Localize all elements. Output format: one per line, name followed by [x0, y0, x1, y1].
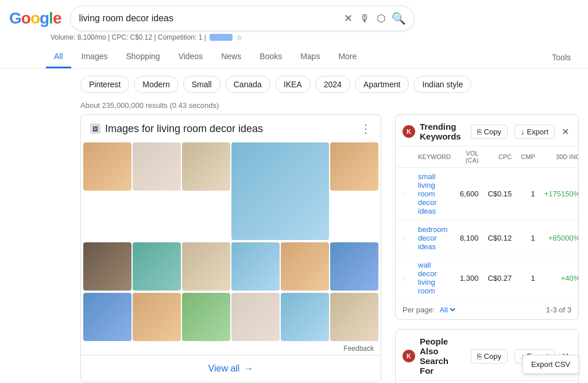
search-bar: ✕ 🎙 ⬡ 🔍 [70, 6, 415, 31]
chip-pinterest[interactable]: Pinterest [80, 76, 129, 93]
chip-modern[interactable]: Modern [134, 76, 178, 93]
filter-chips: Pinterest Modern Small Canada IKEA 2024 … [0, 69, 588, 100]
images-header: 🖼 Images for living room decor ideas ⋮ [81, 115, 381, 142]
col-header-star [396, 146, 413, 168]
image-cell-11[interactable] [330, 242, 378, 291]
search-bar-wrap: ✕ 🎙 ⬡ 🔍 [70, 6, 415, 31]
tab-videos[interactable]: Videos [171, 46, 211, 68]
image-cell-15[interactable] [231, 293, 280, 341]
image-cell-16[interactable] [281, 293, 329, 341]
trending-close-button[interactable]: ✕ [559, 126, 571, 137]
image-cell-3[interactable] [182, 142, 230, 191]
search-button[interactable]: 🔍 [392, 11, 406, 25]
people-table-header-row: KEYWORD VOL (CA) CPC CMP TREND [396, 381, 579, 383]
col-header-trend-p: TREND [543, 381, 579, 383]
people-widget-title: People Also Search For [420, 336, 464, 376]
col-header-cmp: CMP [516, 146, 539, 168]
cmp-cell-0: 1 [516, 168, 539, 220]
tab-books[interactable]: Books [252, 46, 290, 68]
bookmark-icon: ☆ [236, 33, 242, 41]
trending-table-row: ☆ wall decor living room 1,300 C$0.27 1 … [396, 256, 579, 300]
arrow-right-icon: → [244, 363, 253, 374]
tab-images[interactable]: Images [74, 46, 116, 68]
chip-2024[interactable]: 2024 [315, 76, 350, 93]
per-page-select[interactable]: All 10 25 [437, 305, 457, 315]
image-cell-17[interactable] [330, 293, 378, 341]
feedback-label[interactable]: Feedback [343, 345, 374, 353]
tab-tools[interactable]: Tools [544, 47, 579, 68]
vol-cell-0: 6,600 [455, 168, 483, 220]
image-cell-2[interactable] [133, 142, 181, 191]
image-search-icon[interactable]: ⬡ [376, 11, 387, 26]
tab-more[interactable]: More [330, 46, 365, 68]
image-cell-1[interactable] [83, 142, 131, 191]
tab-all[interactable]: All [46, 46, 71, 68]
col-header-vol: VOL (CA) [455, 146, 483, 168]
microphone-icon[interactable]: 🎙 [358, 11, 371, 26]
chip-apartment[interactable]: Apartment [355, 76, 409, 93]
star-cell-1[interactable]: ☆ [396, 220, 413, 256]
keyword-cell-2[interactable]: wall decor living room [413, 256, 455, 300]
vol-cell-2: 1,300 [455, 256, 483, 300]
competition-bar [210, 34, 233, 41]
people-table: KEYWORD VOL (CA) CPC CMP TREND ☆ small l… [396, 381, 579, 383]
images-section: 🖼 Images for living room decor ideas ⋮ [80, 114, 381, 382]
image-grid-row3 [81, 293, 381, 343]
tab-shopping[interactable]: Shopping [118, 46, 168, 68]
image-cell-4[interactable] [231, 142, 329, 240]
per-page-row: Per page: All 10 25 1-3 of 3 [396, 300, 578, 319]
col-header-keyword-p: KEYWORD [413, 381, 458, 383]
cpc-cell-2: C$0.27 [483, 256, 516, 300]
tab-news[interactable]: News [213, 46, 249, 68]
trending-widget-title: Trending Keywords [420, 122, 464, 141]
header: Google ✕ 🎙 ⬡ 🔍 [0, 0, 588, 31]
image-cell-8[interactable] [182, 242, 230, 291]
search-input[interactable] [79, 13, 338, 24]
export-csv-button[interactable]: Export CSV [523, 355, 579, 374]
col-header-vol-p: VOL (CA) [458, 381, 486, 383]
vol-cell-1: 8,100 [455, 220, 483, 256]
google-logo: Google [9, 9, 61, 28]
cmp-cell-1: 1 [516, 220, 539, 256]
chip-indian-style[interactable]: Indian style [413, 76, 471, 93]
chip-canada[interactable]: Canada [225, 76, 270, 93]
image-cell-6[interactable] [83, 242, 131, 291]
image-cell-14[interactable] [182, 293, 230, 341]
trending-export-button[interactable]: ↓ Export [514, 125, 555, 139]
images-more-button[interactable]: ⋮ [360, 122, 372, 136]
keyword-info-text: Volume: 8,100/mo | CPC: C$0.12 | Competi… [51, 33, 206, 41]
image-cell-7[interactable] [133, 242, 181, 291]
trending-keywords-widget: K Trending Keywords ⎘ Copy ↓ Export ✕ KE… [395, 114, 579, 320]
trending-table: KEYWORD VOL (CA) CPC CMP 30D INC ☆ small… [396, 146, 579, 300]
cpc-cell-0: C$0.15 [483, 168, 516, 220]
tab-maps[interactable]: Maps [292, 46, 328, 68]
col-header-inc: 30D INC [540, 146, 579, 168]
kwfinder-logo-people: K [403, 350, 415, 362]
keyword-cell-0[interactable]: small living room decor ideas [413, 168, 455, 220]
chip-small[interactable]: Small [183, 76, 220, 93]
keyword-cell-1[interactable]: bedroom decor ideas [413, 220, 455, 256]
trending-copy-button[interactable]: ⎘ Copy [471, 125, 508, 139]
star-cell-0[interactable]: ☆ [396, 168, 413, 220]
image-cell-10[interactable] [281, 242, 329, 291]
images-section-title: Images for living room decor ideas [105, 123, 355, 135]
image-cell-9[interactable] [231, 242, 280, 291]
left-column: 🖼 Images for living room decor ideas ⋮ [80, 114, 381, 383]
image-cell-13[interactable] [133, 293, 181, 341]
people-copy-button[interactable]: ⎘ Copy [471, 349, 508, 363]
col-header-star-p [396, 381, 413, 383]
image-cell-5[interactable] [330, 142, 378, 191]
star-cell-2[interactable]: ☆ [396, 256, 413, 300]
per-page-label: Per page: [403, 305, 435, 314]
col-header-keyword: KEYWORD [413, 146, 455, 168]
chip-ikea[interactable]: IKEA [275, 76, 311, 93]
image-cell-12[interactable] [83, 293, 131, 341]
view-all-button[interactable]: View all → [81, 355, 381, 382]
trending-table-row: ☆ bedroom decor ideas 8,100 C$0.12 1 +85… [396, 220, 579, 256]
trending-widget-header: K Trending Keywords ⎘ Copy ↓ Export ✕ [396, 115, 578, 146]
col-header-cpc-p: CPC [485, 381, 519, 383]
cmp-cell-2: 1 [516, 256, 539, 300]
trending-table-header-row: KEYWORD VOL (CA) CPC CMP 30D INC [396, 146, 579, 168]
image-grid-row1 [81, 142, 381, 242]
clear-icon[interactable]: ✕ [343, 11, 354, 26]
